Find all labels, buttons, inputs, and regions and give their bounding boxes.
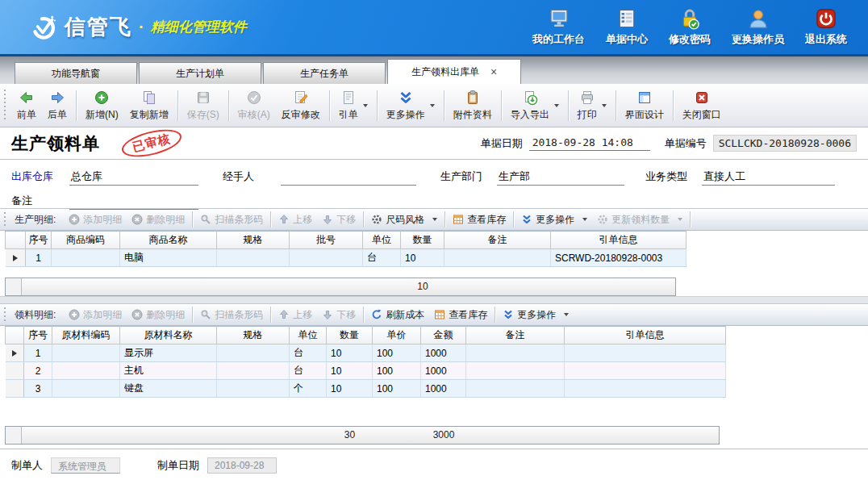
cell-remark[interactable] bbox=[444, 249, 551, 267]
table-row[interactable]: 1 显示屏 台 10 100 1000 bbox=[6, 344, 726, 362]
table-row[interactable]: 1 电脑 台 10 SCRWD-20180928-0003 bbox=[6, 249, 686, 267]
unaudit-button[interactable]: 反审修改 bbox=[276, 87, 326, 124]
column-header[interactable]: 序号 bbox=[26, 232, 52, 249]
column-header[interactable]: 单位 bbox=[363, 232, 401, 249]
dropdown-caret-icon[interactable] bbox=[564, 313, 569, 316]
cell-unit[interactable]: 台 bbox=[290, 344, 327, 362]
department-field[interactable]: 生产部 bbox=[497, 169, 624, 186]
cell-amount[interactable]: 1000 bbox=[421, 344, 466, 362]
cell-batch[interactable] bbox=[290, 249, 363, 267]
table-row[interactable]: 3 键盘 个 10 100 1000 bbox=[6, 380, 726, 398]
column-header[interactable]: 批号 bbox=[290, 232, 363, 249]
more-actions-button[interactable]: 更多操作 bbox=[516, 211, 592, 228]
cell-remark[interactable] bbox=[466, 344, 565, 362]
column-header[interactable]: 序号 bbox=[24, 327, 52, 344]
view-stock-button[interactable]: 查看库存 bbox=[429, 307, 492, 323]
dropdown-caret-icon[interactable] bbox=[430, 104, 435, 107]
print-button[interactable]: 打印 bbox=[572, 87, 612, 124]
biztype-field[interactable]: 直接人工 bbox=[702, 169, 835, 186]
copy-new-button[interactable]: 复制新增 bbox=[124, 87, 174, 124]
cell-remark[interactable] bbox=[466, 380, 565, 398]
view-stock-button[interactable]: 查看库存 bbox=[448, 211, 511, 228]
more-actions-button[interactable]: 更多操作 bbox=[498, 307, 574, 323]
cell-product-name[interactable]: 电脑 bbox=[120, 249, 217, 267]
dropdown-caret-icon[interactable] bbox=[363, 104, 368, 107]
column-header[interactable]: 规格 bbox=[217, 232, 290, 249]
column-header[interactable]: 原材料编码 bbox=[52, 327, 120, 344]
cell-qty[interactable]: 10 bbox=[327, 344, 373, 362]
more-actions-button[interactable]: 更多操作 bbox=[381, 87, 440, 124]
column-header[interactable]: 商品编码 bbox=[52, 232, 120, 249]
cell-spec[interactable] bbox=[217, 249, 290, 267]
pull-doc-button[interactable]: 引单 bbox=[333, 87, 373, 124]
cell-seq[interactable]: 2 bbox=[24, 362, 52, 380]
my-workbench-button[interactable]: 我的工作台 bbox=[532, 7, 585, 47]
exit-system-button[interactable]: 退出系统 bbox=[805, 7, 847, 47]
cell-material-name[interactable]: 键盘 bbox=[120, 380, 217, 398]
attachment-button[interactable]: 附件资料 bbox=[448, 87, 498, 124]
tab-production-task[interactable]: 生产任务单 bbox=[263, 62, 386, 84]
tab-production-plan[interactable]: 生产计划单 bbox=[139, 62, 261, 84]
cell-price[interactable]: 100 bbox=[373, 362, 421, 380]
column-header[interactable]: 备注 bbox=[444, 232, 551, 249]
cell-material-code[interactable] bbox=[52, 362, 120, 380]
add-new-button[interactable]: 新增(N) bbox=[80, 87, 124, 124]
cell-unit[interactable]: 台 bbox=[363, 249, 401, 267]
toolbar-grip[interactable] bbox=[3, 90, 7, 122]
dropdown-caret-icon[interactable] bbox=[554, 104, 559, 107]
cell-qty[interactable]: 10 bbox=[401, 249, 444, 267]
cell-ref-doc[interactable] bbox=[565, 344, 726, 362]
dropdown-caret-icon[interactable] bbox=[602, 104, 607, 107]
cell-amount[interactable]: 1000 bbox=[421, 362, 466, 380]
dropdown-caret-icon[interactable] bbox=[582, 218, 587, 221]
row-selector-cell[interactable] bbox=[6, 380, 24, 398]
cell-ref-doc[interactable] bbox=[565, 380, 726, 398]
toolbar-grip[interactable] bbox=[3, 212, 7, 227]
tab-close-icon[interactable]: × bbox=[490, 66, 497, 77]
column-header[interactable]: 规格 bbox=[217, 327, 290, 344]
change-operator-button[interactable]: 更换操作员 bbox=[732, 7, 784, 47]
cell-material-name[interactable]: 主机 bbox=[120, 362, 217, 380]
cell-seq[interactable]: 1 bbox=[26, 249, 52, 267]
refresh-cost-button[interactable]: 刷新成本 bbox=[366, 307, 429, 323]
cell-ref-doc[interactable]: SCRWD-20180928-0003 bbox=[551, 249, 686, 267]
cell-material-code[interactable] bbox=[52, 380, 120, 398]
column-header[interactable]: 商品名称 bbox=[120, 232, 217, 249]
cell-material-name[interactable]: 显示屏 bbox=[120, 344, 217, 362]
cell-material-code[interactable] bbox=[52, 344, 120, 362]
size-style-button[interactable]: 尺码风格 bbox=[366, 211, 442, 228]
column-header[interactable]: 引单信息 bbox=[551, 232, 686, 249]
cell-spec[interactable] bbox=[217, 344, 290, 362]
prev-doc-button[interactable]: 前单 bbox=[11, 87, 42, 124]
cell-ref-doc[interactable] bbox=[565, 362, 726, 380]
cell-amount[interactable]: 1000 bbox=[421, 380, 466, 398]
remark-field[interactable] bbox=[69, 194, 198, 210]
column-header[interactable]: 引单信息 bbox=[565, 327, 726, 344]
cell-spec[interactable] bbox=[217, 362, 290, 380]
cell-seq[interactable]: 3 bbox=[24, 380, 52, 398]
tab-function-navigator[interactable]: 功能导航窗 bbox=[15, 62, 137, 84]
cell-product-code[interactable] bbox=[52, 249, 120, 267]
change-password-button[interactable]: 修改密码 bbox=[669, 7, 711, 47]
column-header[interactable]: 金额 bbox=[421, 327, 466, 344]
next-doc-button[interactable]: 后单 bbox=[42, 87, 73, 124]
cell-price[interactable]: 100 bbox=[373, 380, 421, 398]
dropdown-caret-icon[interactable] bbox=[432, 218, 437, 221]
doc-date-field[interactable]: 2018-09-28 14:08 bbox=[529, 136, 650, 151]
column-header[interactable]: 原材料名称 bbox=[120, 327, 217, 344]
column-header[interactable]: 数量 bbox=[327, 327, 373, 344]
column-header[interactable]: 备注 bbox=[466, 327, 565, 344]
cell-seq[interactable]: 1 bbox=[24, 344, 52, 362]
cell-remark[interactable] bbox=[466, 362, 565, 380]
cell-unit[interactable]: 个 bbox=[290, 380, 327, 398]
column-header[interactable]: 数量 bbox=[401, 232, 444, 249]
toolbar-grip[interactable] bbox=[3, 307, 7, 322]
table-row[interactable]: 2 主机 台 10 100 1000 bbox=[6, 362, 726, 380]
import-export-button[interactable]: 导入导出 bbox=[505, 87, 565, 124]
row-selector-cell[interactable] bbox=[6, 249, 26, 267]
warehouse-field[interactable]: 总仓库 bbox=[69, 169, 198, 186]
ui-design-button[interactable]: 界面设计 bbox=[620, 87, 670, 124]
close-window-button[interactable]: 关闭窗口 bbox=[677, 87, 727, 124]
row-selector-cell[interactable] bbox=[6, 344, 24, 362]
column-header[interactable]: 单位 bbox=[290, 327, 327, 344]
